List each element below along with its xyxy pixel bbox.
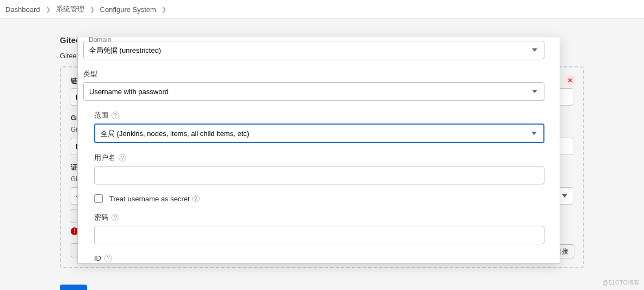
- username-input[interactable]: [94, 166, 544, 184]
- save-button-partial[interactable]: [60, 285, 87, 290]
- domain-select[interactable]: 全局凭据 (unrestricted): [83, 41, 544, 59]
- type-label: 类型: [83, 69, 544, 79]
- dialog-scroll-area[interactable]: Domain 全局凭据 (unrestricted) 类型 Username w…: [78, 36, 560, 263]
- chevron-right-icon: ❯: [90, 6, 95, 13]
- chevron-right-icon: ❯: [46, 6, 51, 13]
- id-label: ID: [94, 254, 101, 262]
- chevron-right-icon: ❯: [162, 6, 166, 13]
- treat-secret-checkbox[interactable]: [94, 194, 103, 203]
- scope-label: 范围: [94, 110, 108, 120]
- treat-secret-help-icon[interactable]: ?: [192, 195, 200, 202]
- remove-connection-button[interactable]: ✕: [565, 75, 575, 86]
- username-label: 用户名: [94, 153, 115, 163]
- breadcrumb-item-configure[interactable]: Configure System: [100, 5, 156, 14]
- breadcrumb-item-dashboard[interactable]: Dashboard: [5, 5, 40, 14]
- breadcrumb-item-system[interactable]: 系统管理: [56, 4, 84, 14]
- scope-help-icon[interactable]: ?: [112, 112, 119, 119]
- treat-secret-row: Treat username as secret ?: [94, 194, 544, 203]
- username-help-icon[interactable]: ?: [119, 154, 126, 162]
- breadcrumb: Dashboard ❯ 系统管理 ❯ Configure System ❯: [0, 0, 644, 19]
- password-label: 密码: [94, 213, 108, 223]
- id-help-icon[interactable]: ?: [104, 255, 112, 262]
- treat-secret-label: Treat username as secret: [109, 195, 190, 203]
- password-input[interactable]: [94, 226, 544, 244]
- type-select[interactable]: Username with password: [83, 82, 544, 101]
- password-help-icon[interactable]: ?: [112, 214, 119, 221]
- add-credentials-dialog: Domain 全局凭据 (unrestricted) 类型 Username w…: [77, 36, 560, 264]
- domain-label: Domain: [89, 36, 111, 44]
- watermark: @51CTO博客: [603, 279, 640, 287]
- scope-select[interactable]: 全局 (Jenkins, nodes, items, all child ite…: [94, 124, 544, 143]
